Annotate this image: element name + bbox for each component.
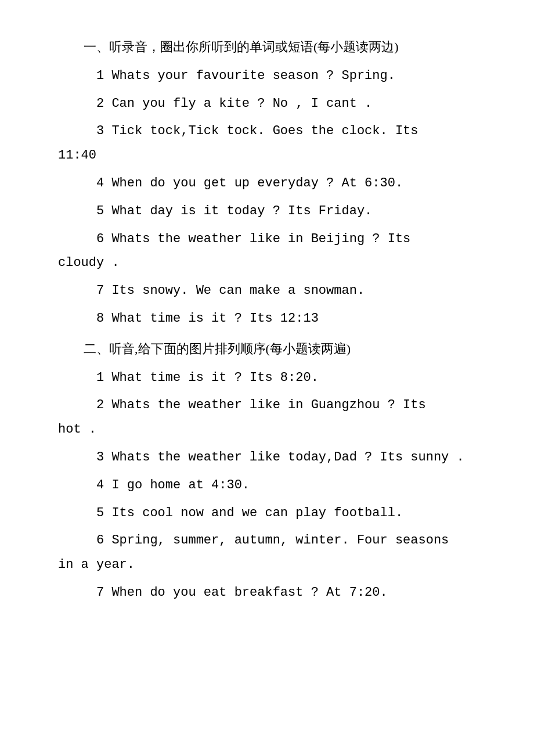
item-number: 6 [96, 232, 111, 246]
list-item: 4 When do you get up everyday ? At 6:30. [58, 171, 488, 196]
item-text: Tick tock,Tick tock. Goes the clock. Its [111, 124, 418, 138]
item-number: 3 [96, 450, 111, 465]
list-item: 6 Spring, summer, autumn, winter. Four s… [58, 528, 488, 577]
item-number: 8 [96, 311, 111, 326]
list-item: 7 Its snowy. We can make a snowman. [58, 279, 488, 303]
item-number: 1 [96, 370, 111, 385]
list-item: 2 Can you fly a kite ? No , I cant . [58, 92, 488, 116]
list-item: 5 Its cool now and we can play football. [58, 501, 488, 525]
item-number: 3 [96, 124, 111, 138]
item-text: What time is it ? Its 8:20. [111, 370, 318, 385]
item-continued: 11:40 [58, 143, 488, 168]
item-text: Spring, summer, autumn, winter. Four sea… [111, 533, 449, 548]
item-text: Its cool now and we can play football. [111, 506, 403, 520]
section-1: 一、听录音，圈出你所听到的单词或短语(每小题读两边) 1 Whats your … [58, 35, 488, 331]
list-item: 1 What time is it ? Its 8:20. [58, 366, 488, 390]
item-number: 4 [96, 176, 111, 190]
item-number: 5 [96, 204, 111, 218]
list-item: 4 I go home at 4:30. [58, 473, 488, 498]
list-item: 8 What time is it ? Its 12:13 [58, 307, 488, 331]
item-continued: cloudy . [58, 251, 488, 275]
list-item: 1 Whats your favourite season ? Spring. [58, 64, 488, 88]
section-2-title: 二、听音,给下面的图片排列顺序(每小题读两遍) [58, 337, 488, 361]
item-text: When do you get up everyday ? At 6:30. [111, 176, 403, 190]
list-item: 5 What day is it today ? Its Friday. [58, 199, 488, 224]
item-text: When do you eat breakfast ? At 7:20. [111, 585, 387, 600]
item-number: 4 [96, 478, 111, 492]
item-text: Whats the weather like today,Dad ? Its s… [111, 450, 464, 465]
list-item: 3 Tick tock,Tick tock. Goes the clock. I… [58, 119, 488, 168]
list-item: 7 When do you eat breakfast ? At 7:20. [58, 581, 488, 605]
list-item: 6 Whats the weather like in Beijing ? It… [58, 227, 488, 276]
item-text: What day is it today ? Its Friday. [111, 204, 372, 218]
section-2: 二、听音,给下面的图片排列顺序(每小题读两遍) 1 What time is i… [58, 337, 488, 605]
list-item: 2 Whats the weather like in Guangzhou ? … [58, 393, 488, 442]
page-content: 一、听录音，圈出你所听到的单词或短语(每小题读两边) 1 Whats your … [58, 35, 488, 605]
item-text: Whats the weather like in Beijing ? Its [111, 232, 410, 246]
section-1-title: 一、听录音，圈出你所听到的单词或短语(每小题读两边) [58, 35, 488, 59]
item-text: Its snowy. We can make a snowman. [111, 283, 365, 298]
item-number: 7 [96, 283, 111, 298]
list-item: 3 Whats the weather like today,Dad ? Its… [58, 445, 488, 470]
item-text: I go home at 4:30. [111, 478, 250, 492]
item-text: Whats the weather like in Guangzhou ? It… [111, 398, 425, 412]
item-text: What time is it ? Its 12:13 [111, 311, 318, 326]
item-number: 6 [96, 533, 111, 548]
item-number: 2 [96, 398, 111, 412]
item-number: 5 [96, 506, 111, 520]
item-continued: hot . [58, 417, 488, 442]
item-number: 2 [96, 96, 111, 111]
item-text: Whats your favourite season ? Spring. [111, 69, 395, 83]
item-number: 1 [96, 69, 111, 83]
item-text: Can you fly a kite ? No , I cant . [111, 96, 372, 111]
item-continued: in a year. [58, 553, 488, 577]
item-number: 7 [96, 585, 111, 600]
